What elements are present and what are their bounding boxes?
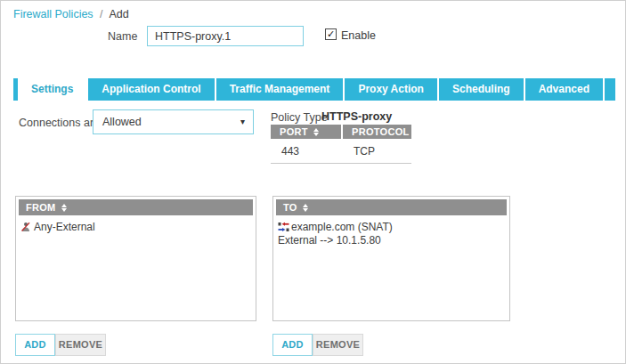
table-row: 443 TCP [271,139,411,164]
breadcrumb: Firewall Policies / Add [13,8,129,20]
port-table-header-row: PORT PROTOCOL [271,125,411,139]
breadcrumb-firewall-policies-link[interactable]: Firewall Policies [13,8,93,20]
tab-bar: Settings Application Control Traffic Man… [13,78,615,101]
check-icon: ✓ [327,28,335,39]
connections-are-label: Connections are [19,117,100,129]
name-input[interactable] [147,26,304,46]
connections-selected-value: Allowed [102,116,142,128]
sort-icon [313,128,319,136]
any-external-icon [20,222,32,232]
sort-icon [303,204,308,212]
port-value: 443 [271,145,343,158]
tab-advanced[interactable]: Advanced [524,78,603,101]
from-column-header[interactable]: FROM [19,199,253,215]
from-remove-button[interactable]: REMOVE [55,334,106,356]
tab-traffic-management[interactable]: Traffic Management [215,78,344,101]
to-list: TO example.com (SNAT) External --> 10 [272,196,510,321]
dropdown-caret-icon: ▾ [240,117,245,126]
to-remove-button[interactable]: REMOVE [313,334,363,356]
to-member-snat-route: External --> 10.1.5.80 [278,233,507,248]
tab-proxy-action[interactable]: Proxy Action [343,78,437,101]
from-member-label: Any-External [34,221,95,233]
list-item[interactable]: example.com (SNAT) External --> 10.1.5.8… [276,221,507,248]
from-add-button[interactable]: ADD [15,334,55,356]
snat-icon [278,222,289,232]
list-item[interactable]: Any-External [19,221,253,233]
from-list: FROM Any-External [15,196,256,321]
sort-icon [61,204,67,212]
policy-type-value: HTTPS-proxy [321,110,392,123]
port-protocol-table: PORT PROTOCOL 443 TCP [271,125,411,164]
protocol-value: TCP [343,145,411,158]
protocol-column-header: PROTOCOL [343,125,411,139]
policy-type-label: Policy Type [271,111,328,124]
tab-settings[interactable]: Settings [18,78,86,101]
to-member-label: example.com (SNAT) [291,221,393,233]
enable-label: Enable [341,29,376,42]
port-column-header[interactable]: PORT [271,125,341,139]
name-label: Name [108,30,137,43]
enable-checkbox[interactable]: ✓ [325,28,337,40]
tab-application-control[interactable]: Application Control [86,78,214,101]
connections-select[interactable]: Allowed ▾ [93,109,254,134]
firewall-policy-add-page: Firewall Policies / Add Name ✓ Enable Se… [0,0,626,364]
to-column-header[interactable]: TO [276,199,507,215]
breadcrumb-current: Add [109,8,128,20]
tab-bar-filler [603,78,615,101]
to-add-button[interactable]: ADD [272,334,313,356]
breadcrumb-separator: / [100,8,102,20]
tab-scheduling[interactable]: Scheduling [437,78,524,101]
